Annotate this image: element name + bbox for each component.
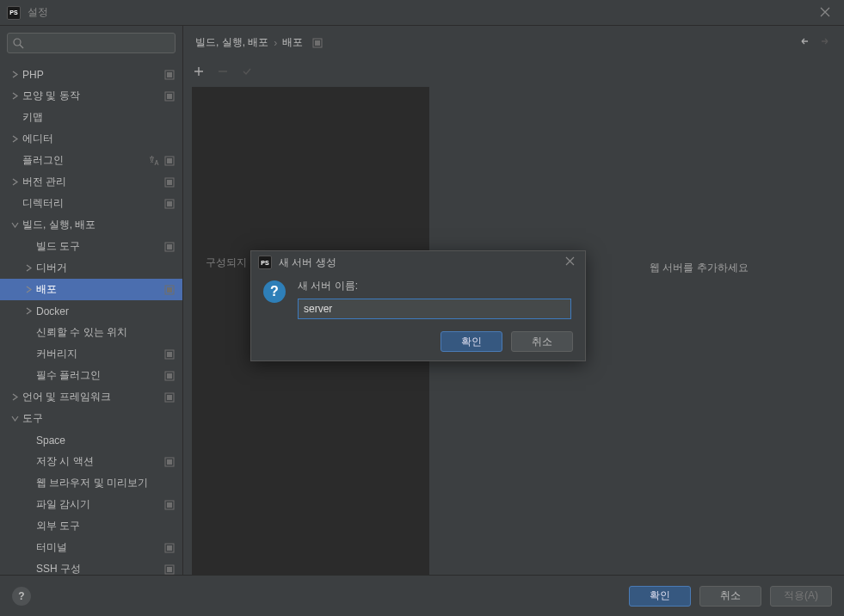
sidebar-item-label: 도구 (22, 411, 182, 426)
sidebar-item[interactable]: 배포 (0, 279, 182, 300)
sidebar-item-label: 외부 도구 (36, 519, 182, 533)
svg-rect-16 (167, 352, 172, 357)
project-settings-icon (163, 284, 176, 296)
sidebar-item-label: 버전 관리 (22, 175, 163, 189)
remove-button (216, 65, 230, 78)
add-button[interactable] (192, 65, 206, 78)
close-icon[interactable] (813, 2, 837, 24)
svg-rect-6 (167, 158, 172, 163)
project-settings-icon (163, 499, 176, 511)
sidebar-item-label: 빌드 도구 (36, 239, 163, 254)
project-settings-icon (163, 176, 176, 188)
chevron-down-icon (9, 413, 21, 425)
project-settings-icon (163, 391, 176, 403)
sidebar-item[interactable]: PHP (0, 64, 182, 85)
sidebar-item[interactable]: 언어 및 프레임워크 (0, 386, 182, 408)
app-icon: PS (7, 6, 21, 20)
sidebar-item[interactable]: 키맵 (0, 107, 182, 128)
svg-rect-30 (315, 40, 320, 46)
sidebar-item-label: 언어 및 프레임워크 (22, 390, 163, 404)
svg-rect-14 (167, 287, 172, 293)
chevron-right-icon: › (274, 37, 277, 49)
translate-icon (148, 155, 160, 167)
sidebar-item[interactable]: 신뢰할 수 있는 위치 (0, 322, 182, 343)
footer: ? 확인 취소 적용(A) (0, 575, 844, 616)
sidebar-item[interactable]: Docker (0, 300, 182, 322)
svg-point-0 (14, 39, 21, 46)
chevron-down-icon (9, 219, 21, 231)
sidebar-item-label: 저장 시 액션 (36, 454, 163, 469)
sidebar-item[interactable]: 버전 관리 (0, 171, 182, 193)
svg-rect-12 (167, 244, 172, 249)
sidebar-item[interactable]: 디버거 (0, 257, 182, 279)
project-settings-icon (163, 69, 176, 81)
project-settings-icon (163, 370, 176, 382)
server-name-input[interactable] (298, 299, 571, 319)
sidebar-item[interactable]: 외부 도구 (0, 515, 182, 537)
chevron-right-icon (9, 133, 21, 145)
svg-rect-26 (167, 545, 172, 551)
question-icon: ? (263, 280, 286, 303)
svg-rect-8 (167, 180, 172, 185)
sidebar-item[interactable]: 저장 시 액션 (0, 451, 182, 472)
help-button[interactable]: ? (12, 587, 31, 606)
project-settings-icon (163, 456, 176, 468)
sidebar-item-label: 키맵 (22, 110, 182, 125)
back-icon[interactable] (798, 35, 810, 50)
sidebar-item-label: Docker (36, 305, 182, 317)
sidebar-item[interactable]: 빌드 도구 (0, 236, 182, 257)
sidebar-item-label: 플러그인 (22, 153, 148, 168)
search-icon (13, 38, 24, 49)
project-settings-icon (311, 37, 323, 49)
sidebar-item[interactable]: 에디터 (0, 128, 182, 150)
breadcrumb-part: 배포 (282, 35, 303, 50)
sidebar-item[interactable]: 도구 (0, 408, 182, 429)
dialog-cancel-button[interactable]: 취소 (511, 331, 573, 352)
sidebar-item-label: 디렉터리 (22, 196, 163, 211)
sidebar-item-label: 신뢰할 수 있는 위치 (36, 325, 182, 340)
server-name-label: 새 서버 이름: (298, 279, 573, 293)
sidebar-item-label: 배포 (36, 282, 163, 297)
sidebar-item-label: 에디터 (22, 132, 182, 146)
titlebar: PS 설정 (0, 0, 844, 26)
chevron-right-icon (22, 262, 34, 274)
sidebar-item-label: 모양 및 동작 (22, 89, 163, 103)
settings-sidebar: PHP모양 및 동작키맵에디터플러그인버전 관리디렉터리빌드, 실행, 배포빌드… (0, 26, 183, 575)
search-input[interactable] (7, 33, 176, 53)
breadcrumb-part: 빌드, 실행, 배포 (195, 35, 268, 50)
close-icon[interactable] (562, 255, 578, 270)
project-settings-icon (163, 542, 176, 554)
sidebar-item[interactable]: 모양 및 동작 (0, 85, 182, 107)
sidebar-item[interactable]: 커버리지 (0, 343, 182, 365)
add-server-hint: 웹 서버를 추가하세요 (650, 261, 749, 275)
dialog-title: 새 서버 생성 (279, 256, 336, 270)
app-icon: PS (258, 256, 272, 269)
sidebar-item[interactable]: 파일 감시기 (0, 494, 182, 515)
dialog-ok-button[interactable]: 확인 (440, 331, 502, 352)
chevron-right-icon (9, 90, 21, 102)
ok-button[interactable]: 확인 (629, 586, 691, 607)
sidebar-item[interactable]: SSH 구성 (0, 558, 182, 575)
window-title: 설정 (28, 5, 48, 20)
sidebar-item[interactable]: 플러그인 (0, 150, 182, 171)
sidebar-item[interactable]: Space (0, 429, 182, 451)
svg-rect-18 (167, 373, 172, 379)
chevron-right-icon (22, 305, 34, 317)
apply-check-icon (240, 65, 254, 78)
sidebar-item-label: 파일 감시기 (36, 497, 163, 512)
chevron-right-icon (9, 176, 21, 188)
sidebar-item-label: 커버리지 (36, 347, 163, 361)
sidebar-item[interactable]: 빌드, 실행, 배포 (0, 214, 182, 236)
sidebar-item-label: 터미널 (36, 540, 163, 555)
sidebar-item-label: SSH 구성 (36, 562, 163, 575)
sidebar-item[interactable]: 웹 브라우저 및 미리보기 (0, 472, 182, 494)
cancel-button[interactable]: 취소 (699, 586, 761, 607)
new-server-dialog: PS 새 서버 생성 ? 새 서버 이름: 확인 취소 (250, 250, 586, 361)
apply-button[interactable]: 적용(A) (770, 586, 832, 607)
sidebar-item[interactable]: 필수 플러그인 (0, 365, 182, 386)
chevron-right-icon (9, 69, 21, 81)
sidebar-item[interactable]: 터미널 (0, 537, 182, 558)
sidebar-item[interactable]: 디렉터리 (0, 193, 182, 214)
sidebar-item-label: 웹 브라우저 및 미리보기 (36, 476, 182, 490)
sidebar-item-label: PHP (22, 69, 163, 81)
